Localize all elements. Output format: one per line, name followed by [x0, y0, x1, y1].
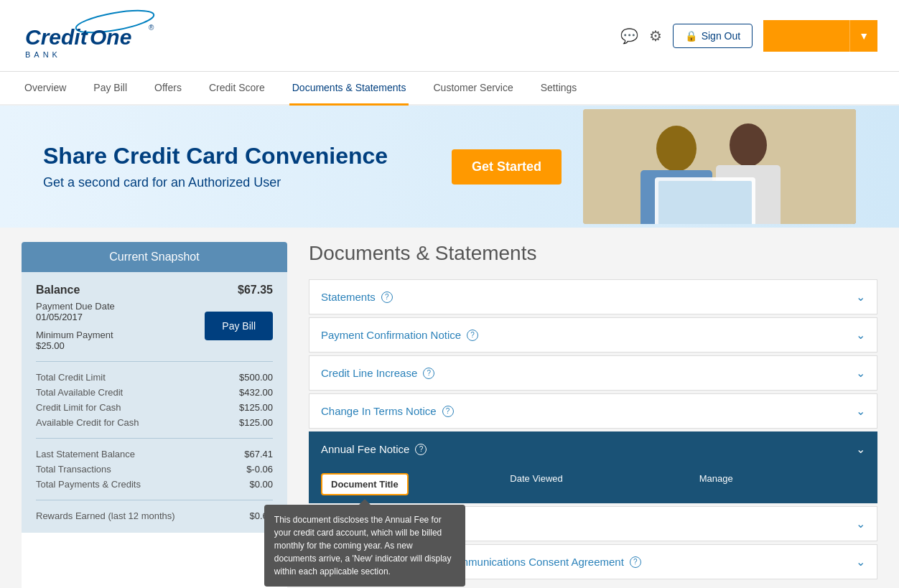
nav-settings[interactable]: Settings [538, 72, 580, 106]
last-statement-row: Last Statement Balance $67.41 [36, 449, 273, 459]
banner-get-started-button[interactable]: Get Started [452, 149, 562, 185]
payments-credits-label: Total Payments & Credits [36, 479, 141, 490]
message-icon[interactable]: 💬 [620, 27, 638, 45]
balance-value: $67.35 [238, 284, 273, 297]
privacy-chevron-icon: ⌄ [856, 517, 865, 531]
available-cash-value: $125.00 [239, 417, 273, 428]
header-right: 💬 ⚙ 🔒 Sign Out ▼ [620, 20, 877, 52]
svg-text:Credit: Credit [25, 25, 89, 49]
total-transactions-label: Total Transactions [36, 464, 111, 475]
accordion-credit-line-title: Credit Line Increase ? [321, 367, 434, 379]
banner-people-svg [583, 109, 856, 224]
annual-fee-help-icon[interactable]: ? [415, 444, 427, 455]
divider-2 [36, 438, 273, 439]
accordion-credit-line: Credit Line Increase ? ⌄ [309, 355, 877, 391]
banner-subtitle: Get a second card for an Authorized User [43, 175, 452, 190]
electronic-chevron-icon: ⌄ [856, 555, 865, 569]
col-date-viewed: Date Viewed [498, 466, 687, 503]
main-content: Current Snapshot Balance $67.35 Payment … [0, 228, 899, 588]
total-available-credit-label: Total Available Credit [36, 387, 123, 398]
logo-svg: Credit One BANK ® [22, 9, 165, 62]
cash-limit-value: $125.00 [239, 402, 273, 413]
credit-line-help-icon[interactable]: ? [423, 368, 434, 379]
statements-chevron-icon: ⌄ [856, 290, 865, 304]
sign-out-button[interactable]: 🔒 Sign Out [673, 24, 753, 48]
accordion-annual-fee-title: Annual Fee Notice ? [321, 443, 427, 455]
svg-point-8 [730, 123, 767, 167]
available-cash-label: Available Credit for Cash [36, 417, 139, 428]
banner-title: Share Credit Card Convenience [43, 143, 452, 169]
accordion-credit-line-header[interactable]: Credit Line Increase ? ⌄ [309, 356, 877, 390]
total-transactions-value: $-0.06 [246, 464, 273, 475]
accordion-payment-header[interactable]: Payment Confirmation Notice ? ⌄ [309, 318, 877, 352]
banner-text: Share Credit Card Convenience Get a seco… [43, 143, 452, 190]
cash-limit-row: Credit Limit for Cash $125.00 [36, 402, 273, 413]
account-btn-group: ▼ [763, 20, 877, 52]
nav-overview[interactable]: Overview [22, 72, 69, 106]
logo-container: Credit One BANK ® [22, 9, 165, 62]
payment-section: Payment Due Date 01/05/2017 Minimum Paym… [36, 301, 273, 351]
settings-icon[interactable]: ⚙ [649, 27, 662, 45]
payment-info: Payment Due Date 01/05/2017 Minimum Paym… [36, 301, 115, 351]
cash-limit-label: Credit Limit for Cash [36, 402, 121, 413]
balance-label: Balance [36, 284, 80, 297]
payments-credits-value: $0.00 [249, 479, 273, 490]
statements-help-icon[interactable]: ? [381, 291, 393, 303]
docs-title: Documents & Statements [309, 242, 877, 265]
pay-bill-button[interactable]: Pay Bill [205, 312, 273, 340]
tooltip-wrapper: Document Title This document discloses t… [321, 473, 409, 495]
svg-rect-11 [658, 181, 752, 224]
nav-pay-bill[interactable]: Pay Bill [90, 72, 130, 106]
payment-due-value: 01/05/2017 [36, 312, 115, 322]
col-document-title: Document Title This document discloses t… [309, 466, 498, 503]
account-dropdown-button[interactable]: ▼ [849, 20, 877, 52]
banner: Share Credit Card Convenience Get a seco… [0, 106, 899, 228]
change-terms-help-icon[interactable]: ? [442, 406, 454, 417]
payment-chevron-icon: ⌄ [856, 328, 865, 342]
total-credit-limit-value: $500.00 [239, 372, 273, 383]
nav-customer-service[interactable]: Customer Service [430, 72, 516, 106]
credit-line-chevron-icon: ⌄ [856, 366, 865, 380]
accordion-payment-confirmation: Payment Confirmation Notice ? ⌄ [309, 317, 877, 353]
last-statement-value: $67.41 [244, 449, 273, 459]
snapshot-header: Current Snapshot [22, 242, 287, 272]
nav-documents[interactable]: Documents & Statements [289, 72, 409, 106]
balance-row: Balance $67.35 [36, 284, 273, 297]
payment-help-icon[interactable]: ? [467, 330, 478, 341]
account-button[interactable] [763, 20, 849, 52]
rewards-row: Rewards Earned (last 12 months) $0.69 [36, 500, 273, 521]
accordion-statements-header[interactable]: Statements ? ⌄ [309, 280, 877, 314]
divider-1 [36, 361, 273, 362]
docs-area: Documents & Statements Statements ? ⌄ Pa… [309, 242, 877, 588]
logo-area: Credit One BANK ® [22, 9, 165, 62]
accordion-payment-title: Payment Confirmation Notice ? [321, 329, 478, 341]
header: Credit One BANK ® 💬 ⚙ 🔒 Sign Out ▼ [0, 0, 899, 72]
svg-text:BANK: BANK [25, 50, 61, 59]
electronic-help-icon[interactable]: ? [630, 556, 641, 568]
accordion-annual-fee-header[interactable]: Annual Fee Notice ? ⌄ [309, 432, 877, 466]
lock-icon: 🔒 [685, 30, 697, 42]
document-title-tooltip-trigger[interactable]: Document Title [321, 473, 409, 495]
accordion-change-terms-header[interactable]: Change In Terms Notice ? ⌄ [309, 394, 877, 428]
banner-image [583, 109, 856, 224]
accordion-annual-fee: Annual Fee Notice ? ⌄ Document Title Thi… [309, 431, 877, 503]
svg-text:®: ® [149, 24, 154, 32]
accordion-statements-title: Statements ? [321, 291, 393, 303]
rewards-label: Rewards Earned (last 12 months) [36, 510, 175, 521]
total-credit-limit-label: Total Credit Limit [36, 372, 106, 383]
snapshot-body: Balance $67.35 Payment Due Date 01/05/20… [22, 272, 287, 533]
annual-fee-chevron-icon: ⌄ [856, 442, 865, 456]
available-cash-row: Available Credit for Cash $125.00 [36, 417, 273, 428]
payments-credits-row: Total Payments & Credits $0.00 [36, 479, 273, 490]
logo-brand: Credit One BANK ® [22, 9, 165, 62]
main-nav: Overview Pay Bill Offers Credit Score Do… [0, 72, 899, 106]
svg-text:One: One [90, 25, 131, 49]
accordion-change-terms: Change In Terms Notice ? ⌄ [309, 393, 877, 429]
min-payment-label: Minimum Payment [36, 330, 115, 340]
nav-offers[interactable]: Offers [152, 72, 185, 106]
min-payment-value: $25.00 [36, 340, 115, 351]
svg-point-6 [656, 126, 697, 172]
accordion-statements: Statements ? ⌄ [309, 279, 877, 314]
annual-fee-table-header: Document Title This document discloses t… [309, 466, 877, 503]
nav-credit-score[interactable]: Credit Score [206, 72, 268, 106]
